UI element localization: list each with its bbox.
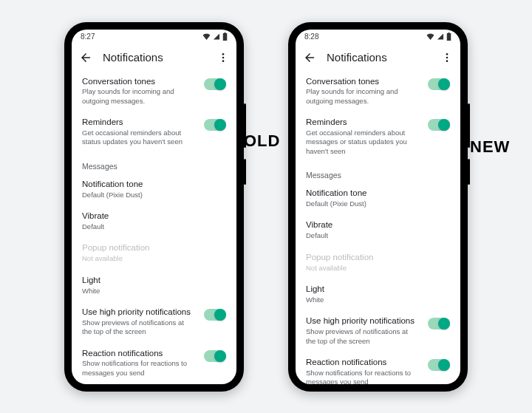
row-popup-notification: Popup notification Not available bbox=[306, 247, 450, 279]
toggle-switch[interactable] bbox=[204, 350, 226, 362]
setting-title: Popup notification bbox=[82, 242, 226, 253]
row-light[interactable]: Light White bbox=[306, 279, 450, 310]
screen: 8:28 Notifications Conversation tone bbox=[296, 30, 460, 384]
setting-title: Notification tone bbox=[82, 179, 226, 190]
setting-title: Vibrate bbox=[82, 211, 226, 222]
row-vibrate[interactable]: Vibrate Default bbox=[306, 214, 450, 246]
status-bar: 8:27 bbox=[72, 30, 236, 44]
row-notification-tone[interactable]: Notification tone Default (Pixie Dust) bbox=[306, 182, 450, 214]
row-high-priority[interactable]: Use high priority notifications Show pre… bbox=[306, 310, 450, 352]
row-reaction-notifications[interactable]: Reaction notifications Show notification… bbox=[82, 343, 226, 384]
app-bar: Notifications bbox=[72, 44, 236, 71]
row-vibrate[interactable]: Vibrate Default bbox=[82, 205, 226, 237]
status-icons bbox=[202, 33, 228, 41]
svg-point-3 bbox=[446, 53, 449, 55]
toggle-switch[interactable] bbox=[428, 318, 450, 330]
row-reminders[interactable]: Reminders Get occasional reminders about… bbox=[306, 112, 450, 162]
setting-subtitle: Default bbox=[306, 231, 450, 240]
row-notification-tone[interactable]: Notification tone Default (Pixie Dust) bbox=[82, 174, 226, 205]
cell-icon bbox=[213, 33, 220, 40]
setting-title: Popup notification bbox=[306, 252, 450, 263]
settings-list[interactable]: Conversation tones Play sounds for incom… bbox=[72, 71, 236, 384]
setting-title: Vibrate bbox=[306, 219, 450, 231]
more-icon[interactable] bbox=[217, 52, 229, 64]
badge-new: NEW bbox=[470, 137, 510, 157]
setting-subtitle: Get occasional reminders about messages … bbox=[306, 129, 450, 156]
comparison-stage: 8:27 Notifications Conversation tone bbox=[0, 0, 532, 413]
back-icon[interactable] bbox=[79, 51, 92, 64]
toggle-switch[interactable] bbox=[204, 309, 226, 321]
setting-subtitle: Show notifications for reactions to mess… bbox=[82, 359, 226, 378]
battery-icon bbox=[446, 33, 451, 41]
svg-point-4 bbox=[446, 56, 449, 58]
app-bar: Notifications bbox=[296, 44, 460, 71]
power-button bbox=[244, 159, 246, 185]
setting-subtitle: Default (Pixie Dust) bbox=[82, 191, 226, 199]
status-time: 8:27 bbox=[81, 33, 95, 41]
setting-subtitle: White bbox=[82, 287, 226, 296]
toggle-switch[interactable] bbox=[428, 78, 450, 90]
toggle-switch[interactable] bbox=[428, 359, 450, 371]
setting-title: Light bbox=[82, 275, 226, 286]
page-title: Notifications bbox=[327, 51, 431, 64]
wifi-icon bbox=[426, 33, 434, 40]
status-icons bbox=[426, 33, 451, 41]
setting-subtitle: Show previews of notifications at the to… bbox=[82, 318, 226, 337]
setting-title: Notification tone bbox=[306, 188, 450, 199]
setting-subtitle: Play sounds for incoming and outgoing me… bbox=[306, 87, 450, 106]
setting-title: Light bbox=[306, 284, 450, 295]
toggle-switch[interactable] bbox=[428, 119, 450, 131]
setting-subtitle: Show previews of notifications at the to… bbox=[306, 327, 450, 346]
row-light[interactable]: Light White bbox=[82, 270, 226, 301]
cell-icon bbox=[437, 33, 444, 40]
wifi-icon bbox=[202, 33, 211, 40]
setting-subtitle: Default bbox=[82, 222, 226, 231]
settings-list[interactable]: Conversation tones Play sounds for incom… bbox=[296, 71, 460, 384]
status-time: 8:28 bbox=[304, 33, 318, 41]
status-bar: 8:28 bbox=[296, 30, 460, 44]
phone-old: 8:27 Notifications Conversation tone bbox=[64, 22, 244, 392]
setting-subtitle: Get occasional reminders about status up… bbox=[82, 129, 226, 147]
setting-subtitle: Show notifications for reactions to mess… bbox=[306, 369, 450, 384]
battery-icon bbox=[222, 33, 228, 41]
row-conversation-tones[interactable]: Conversation tones Play sounds for incom… bbox=[82, 71, 226, 112]
svg-point-5 bbox=[446, 60, 449, 62]
badge-old: OLD bbox=[244, 132, 280, 151]
setting-subtitle: Not available bbox=[306, 264, 450, 273]
row-conversation-tones[interactable]: Conversation tones Play sounds for incom… bbox=[306, 71, 450, 112]
setting-subtitle: Default (Pixie Dust) bbox=[306, 199, 450, 208]
back-icon[interactable] bbox=[303, 51, 316, 64]
row-popup-notification: Popup notification Not available bbox=[82, 237, 226, 269]
screen: 8:27 Notifications Conversation tone bbox=[72, 30, 236, 384]
svg-point-2 bbox=[222, 60, 225, 62]
svg-point-1 bbox=[222, 56, 225, 58]
power-button bbox=[468, 159, 470, 185]
toggle-switch[interactable] bbox=[204, 78, 226, 90]
page-title: Notifications bbox=[103, 51, 207, 64]
toggle-switch[interactable] bbox=[204, 119, 226, 131]
setting-subtitle: White bbox=[306, 296, 450, 304]
setting-subtitle: Not available bbox=[82, 254, 226, 263]
row-reaction-notifications[interactable]: Reaction notifications Show notification… bbox=[306, 352, 450, 384]
row-high-priority[interactable]: Use high priority notifications Show pre… bbox=[82, 301, 226, 343]
section-header-messages: Messages bbox=[306, 162, 450, 182]
svg-point-0 bbox=[222, 53, 225, 55]
setting-subtitle: Play sounds for incoming and outgoing me… bbox=[82, 87, 226, 106]
row-reminders[interactable]: Reminders Get occasional reminders about… bbox=[82, 112, 226, 153]
section-header-messages: Messages bbox=[82, 153, 226, 174]
more-icon[interactable] bbox=[441, 52, 453, 64]
phone-new: 8:28 Notifications Conversation tone bbox=[288, 22, 468, 392]
